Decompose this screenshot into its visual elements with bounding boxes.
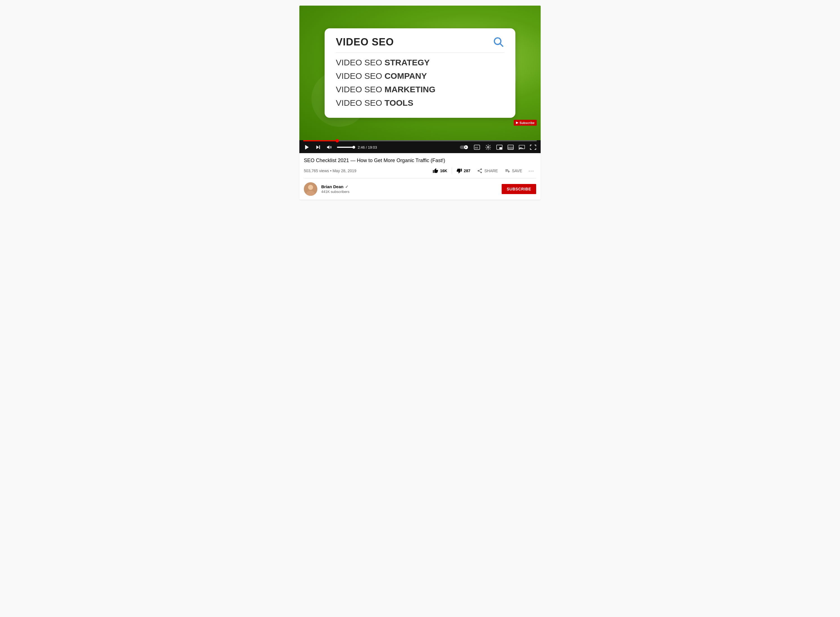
svg-rect-13 — [499, 147, 502, 149]
fullscreen-icon — [530, 145, 536, 150]
progress-filled — [303, 140, 337, 141]
publish-date: May 28, 2019 — [333, 168, 356, 173]
theater-mode-button[interactable] — [507, 144, 514, 150]
miniplayer-button[interactable] — [496, 144, 503, 150]
verified-icon: ✓ — [345, 185, 349, 189]
like-icon — [433, 168, 438, 174]
view-count: 503,765 views — [304, 168, 329, 173]
channel-name-text: Brian Dean — [321, 184, 343, 189]
youtube-video-page: VIDEO SEO VIDEO SEO STRATEGY VIDEO SEO C… — [299, 6, 541, 200]
captions-button[interactable]: CC — [473, 144, 481, 150]
search-suggestions: VIDEO SEO STRATEGY VIDEO SEO COMPANY VID… — [336, 58, 504, 108]
meta-actions: 16K 287 SHARE — [430, 166, 536, 175]
theater-mode-icon — [507, 145, 514, 150]
skip-next-icon — [315, 144, 321, 150]
channel-name[interactable]: Brian Dean ✓ — [321, 184, 349, 189]
volume-slider[interactable] — [337, 147, 354, 148]
channel-info: Brian Dean ✓ 441K subscribers — [304, 182, 349, 196]
skip-next-button[interactable] — [315, 143, 322, 151]
search-icon — [493, 37, 504, 48]
progress-thumb — [336, 139, 339, 142]
like-divider — [452, 167, 452, 174]
video-title: SEO Checklist 2021 — How to Get More Org… — [304, 157, 536, 164]
play-icon — [304, 144, 310, 150]
cast-button[interactable] — [518, 144, 525, 150]
more-options-icon: ⋯ — [528, 168, 534, 174]
settings-button[interactable] — [485, 143, 492, 151]
suggestion-4: VIDEO SEO TOOLS — [336, 98, 504, 108]
svg-rect-4 — [319, 146, 320, 149]
save-button[interactable]: SAVE — [502, 166, 525, 175]
video-player: VIDEO SEO VIDEO SEO STRATEGY VIDEO SEO C… — [299, 6, 541, 153]
svg-point-11 — [487, 146, 489, 148]
captions-icon: CC — [474, 145, 480, 150]
svg-point-19 — [308, 185, 313, 190]
channel-avatar[interactable] — [304, 182, 317, 196]
autoplay-icon — [460, 145, 469, 150]
thumbnail-search-graphic: VIDEO SEO VIDEO SEO STRATEGY VIDEO SEO C… — [325, 28, 515, 118]
subscribe-button[interactable]: SUBSCRIBE — [501, 184, 536, 194]
svg-marker-2 — [305, 145, 309, 150]
meta-row: 503,765 views • May 28, 2019 16K — [304, 166, 536, 179]
dislike-icon — [457, 168, 462, 174]
svg-line-1 — [500, 43, 503, 46]
channel-row: Brian Dean ✓ 441K subscribers SUBSCRIBE — [299, 179, 541, 200]
svg-marker-3 — [316, 146, 319, 149]
search-query-text: VIDEO SEO — [336, 36, 394, 48]
subscriber-count: 441K subscribers — [321, 190, 349, 194]
dislike-button[interactable]: 287 — [454, 166, 473, 175]
time-display: 2:46 / 19:03 — [358, 145, 377, 149]
video-info: SEO Checklist 2021 — How to Get More Org… — [299, 153, 541, 179]
watermark-text: Subscribe — [520, 121, 534, 124]
miniplayer-icon — [496, 145, 503, 150]
svg-marker-5 — [327, 146, 329, 149]
meta-left: 503,765 views • May 28, 2019 — [304, 168, 356, 173]
share-label: SHARE — [484, 168, 498, 173]
progress-bar[interactable] — [303, 140, 537, 141]
dislike-count: 287 — [464, 168, 470, 173]
fullscreen-button[interactable] — [529, 144, 537, 150]
controls-right: CC — [459, 143, 537, 151]
avatar-image — [304, 182, 317, 196]
volume-button[interactable] — [326, 143, 333, 151]
like-button[interactable]: 16K — [430, 166, 450, 175]
like-count: 16K — [440, 168, 447, 173]
save-label: SAVE — [512, 168, 522, 173]
cast-icon — [519, 145, 525, 150]
controls-left: 2:46 / 19:03 — [303, 143, 377, 151]
suggestion-1: VIDEO SEO STRATEGY — [336, 58, 504, 67]
svg-rect-15 — [508, 147, 513, 149]
volume-thumb — [352, 146, 355, 149]
more-options-button[interactable]: ⋯ — [526, 166, 536, 175]
share-icon — [477, 168, 482, 174]
autoplay-button[interactable] — [459, 144, 469, 150]
volume-icon — [326, 144, 333, 150]
svg-text:CC: CC — [475, 146, 478, 149]
suggestion-2: VIDEO SEO COMPANY — [336, 71, 504, 81]
yt-logo-watermark: ▶ — [516, 121, 518, 124]
suggestion-3: VIDEO SEO MARKETING — [336, 85, 504, 94]
video-controls-bar: 2:46 / 19:03 — [299, 140, 541, 153]
channel-text: Brian Dean ✓ 441K subscribers — [321, 184, 349, 194]
share-button[interactable]: SHARE — [474, 166, 500, 175]
play-button[interactable] — [303, 143, 311, 151]
save-icon — [505, 168, 510, 174]
video-thumbnail[interactable]: VIDEO SEO VIDEO SEO STRATEGY VIDEO SEO C… — [299, 6, 541, 140]
settings-icon — [485, 144, 491, 150]
subscribe-watermark[interactable]: ▶ Subscribe — [514, 120, 537, 125]
